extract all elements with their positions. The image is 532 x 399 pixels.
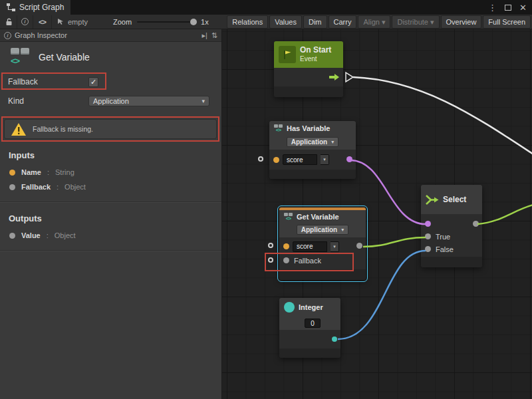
- wire-select-output[interactable]: [477, 205, 532, 224]
- port-name: Name: [21, 168, 41, 176]
- chevron-down-icon: ▾: [201, 98, 205, 104]
- select-body: True False: [421, 214, 482, 257]
- unit-header: <> Get Variable: [0, 42, 221, 70]
- dim-button[interactable]: Dim: [303, 15, 327, 29]
- values-button[interactable]: Values: [269, 15, 302, 29]
- name-input-port[interactable]: [283, 243, 289, 249]
- node-integer[interactable]: Integer 0: [279, 298, 340, 358]
- chevron-down-icon: ▾: [341, 227, 344, 233]
- chevron-down-icon: ▾: [323, 157, 326, 162]
- kind-dropdown[interactable]: Application ▾: [88, 96, 209, 106]
- code-brackets-icon: <>: [11, 56, 19, 66]
- zoom-slider-knob[interactable]: [190, 19, 197, 25]
- get-variable-kind-row: Application ▾: [279, 223, 366, 237]
- kind-dropdown[interactable]: Application ▾: [287, 137, 338, 147]
- code-view-button[interactable]: <>: [33, 15, 52, 29]
- false-input-port[interactable]: [425, 246, 431, 252]
- variable-name-field[interactable]: score: [293, 241, 327, 252]
- variable-name-field[interactable]: score: [283, 154, 317, 165]
- fallback-checkbox[interactable]: ✓: [88, 77, 98, 87]
- has-variable-header: <> Has Variable: [269, 121, 356, 136]
- kebab-menu-icon[interactable]: ⋮: [488, 3, 497, 13]
- variable-unit-icon: <>: [274, 124, 283, 133]
- flag-icon: [283, 50, 292, 60]
- kind-dropdown[interactable]: Application ▾: [297, 225, 348, 235]
- close-window-icon[interactable]: ✕: [519, 3, 527, 13]
- carry-button[interactable]: Carry: [329, 15, 357, 29]
- object-port-icon: [9, 184, 15, 190]
- unconnected-port-ring[interactable]: [268, 243, 273, 248]
- object-port-icon: [9, 233, 15, 239]
- warning-helpbox: Fallback is missing.: [4, 119, 217, 139]
- relations-button[interactable]: Relations: [227, 15, 268, 29]
- graph-canvas[interactable]: On Start Event <> Has Variable Applicati…: [222, 29, 532, 399]
- colon: :: [57, 183, 59, 191]
- variable-name-value: score: [297, 243, 313, 250]
- info-toggle-button[interactable]: i: [17, 15, 33, 29]
- integer-title: Integer: [299, 303, 323, 311]
- scroll-arrows-icon[interactable]: ⇅: [211, 31, 217, 40]
- tab-script-graph[interactable]: Script Graph: [0, 0, 70, 15]
- has-variable-body: score ▾: [269, 150, 356, 170]
- integer-output-port[interactable]: [332, 336, 337, 342]
- fullscreen-button[interactable]: Full Screen: [483, 15, 531, 29]
- variable-picker-button[interactable]: ▾: [331, 241, 339, 252]
- unconnected-port-ring[interactable]: [258, 156, 263, 162]
- flow-port-triangle[interactable]: [346, 72, 353, 82]
- flag-icon-box: [279, 46, 296, 63]
- window-titlebar: Script Graph ⋮ ✕: [0, 0, 532, 15]
- warning-text: Fallback is missing.: [33, 125, 93, 133]
- false-port-label: False: [436, 245, 454, 253]
- align-button[interactable]: Align ▾: [358, 15, 390, 29]
- inspector-header: i Graph Inspector ▸| ⇅: [0, 29, 221, 42]
- condition-input-port[interactable]: [425, 221, 431, 227]
- variable-unit-icon: <>: [284, 213, 293, 221]
- fallback-field-label: Fallback: [8, 77, 88, 86]
- on-start-footer: [274, 86, 343, 97]
- node-has-variable[interactable]: <> Has Variable Application ▾ score ▾: [269, 121, 356, 179]
- code-brackets-icon: <>: [286, 216, 291, 221]
- select-condition-row: [425, 217, 478, 230]
- lock-button[interactable]: [1, 15, 17, 29]
- zoom-slider[interactable]: [137, 21, 196, 23]
- true-input-port[interactable]: [425, 233, 431, 239]
- kind-field-label: Kind: [8, 96, 88, 106]
- toolbar-buttons: Relations Values Dim Carry Align ▾ Distr…: [225, 15, 531, 29]
- distribute-button[interactable]: Distribute ▾: [392, 15, 439, 29]
- get-variable-title: Get Variable: [297, 213, 339, 221]
- outputs-heading: Outputs: [0, 202, 221, 228]
- fallback-input-port[interactable]: [283, 257, 289, 263]
- expand-panel-icon[interactable]: ▸|: [201, 31, 207, 40]
- select-footer: [421, 257, 482, 267]
- zoom-value: 1x: [201, 18, 209, 26]
- code-brackets-icon: <>: [276, 128, 281, 133]
- kind-field-row: Kind Application ▾: [0, 94, 221, 108]
- node-get-variable[interactable]: <> Get Variable Application ▾ score ▾: [279, 207, 366, 280]
- true-port-label: True: [436, 233, 450, 241]
- get-variable-body: score ▾ Fallback: [279, 237, 366, 269]
- name-input-port[interactable]: [273, 157, 279, 163]
- node-on-start[interactable]: On Start Event: [274, 41, 343, 97]
- overview-button[interactable]: Overview: [441, 15, 482, 29]
- integer-value-field[interactable]: 0: [305, 319, 321, 328]
- warning-container: Fallback is missing.: [4, 119, 217, 139]
- selection-indicator: empty: [52, 18, 93, 26]
- input-port-row-fallback: Fallback : Object: [0, 180, 221, 194]
- wire-flow-onstart[interactable]: [353, 77, 532, 154]
- graph-inspector-panel: i Graph Inspector ▸| ⇅ <> Get Variable F…: [0, 29, 222, 399]
- port-type: Object: [55, 231, 76, 239]
- select-icon: [426, 194, 439, 205]
- selection-output-port[interactable]: [473, 221, 479, 227]
- node-select[interactable]: Select True False: [421, 185, 482, 267]
- wire-value-true[interactable]: [363, 237, 426, 247]
- integer-value-row: 0: [279, 317, 340, 330]
- graph-toolbar: i <> empty Zoom 1x Relations Values Dim …: [0, 15, 532, 29]
- unconnected-port-ring[interactable]: [268, 257, 273, 263]
- restore-window-icon[interactable]: [505, 5, 511, 11]
- integer-value: 0: [311, 320, 315, 327]
- value-output-port[interactable]: [356, 243, 362, 249]
- variable-picker-button[interactable]: ▾: [321, 154, 329, 165]
- colon: :: [47, 168, 49, 176]
- bool-output-port[interactable]: [346, 156, 352, 162]
- flow-arrow-icon[interactable]: [329, 73, 340, 81]
